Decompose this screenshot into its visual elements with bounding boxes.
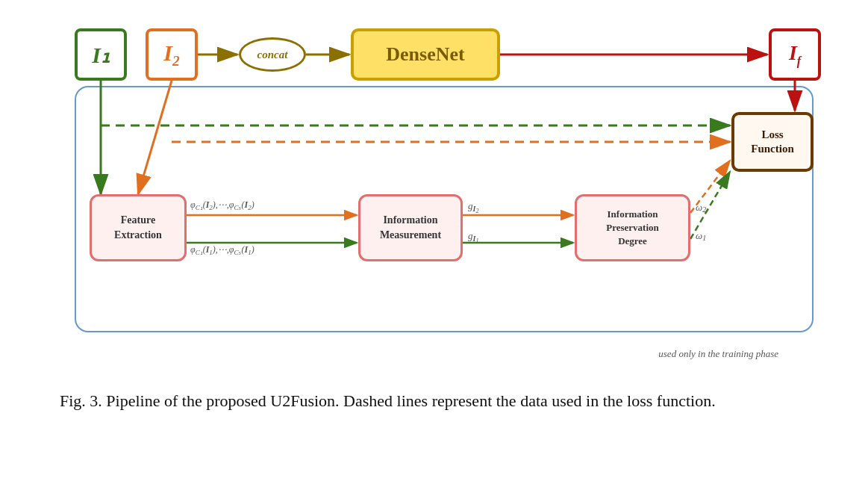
loss-label: LossFunction [751,128,794,157]
i2-label: I2 [163,40,179,69]
node-densenet: DenseNet [351,28,500,81]
info-pres-label: InformationPreservationDegree [606,208,659,249]
info-meas-label: InformationMeasurement [380,213,441,242]
concat-label: concat [257,49,288,61]
node-i2: I2 [146,28,198,81]
node-info-pres: InformationPreservationDegree [575,194,690,261]
if-label: If [789,41,801,68]
node-loss: LossFunction [731,112,814,172]
i1-label: I₁ [92,42,110,68]
feature-label: FeatureExtraction [114,213,162,242]
node-if: If [769,28,821,81]
node-concat: concat [239,37,306,72]
training-note: used only in the training phase [658,348,778,360]
caption-text: Fig. 3. Pipeline of the proposed U2Fusio… [60,391,716,410]
node-feature: FeatureExtraction [90,194,187,261]
node-info-meas: InformationMeasurement [358,194,463,261]
main-container: φC₁(I2),⋯,φC₅(I2) φC₁(I1),⋯,φC₅(I1) gI2 … [0,0,868,421]
densenet-label: DenseNet [386,43,464,66]
node-i1: I₁ [75,28,127,81]
diagram: φC₁(I2),⋯,φC₅(I2) φC₁(I1),⋯,φC₅(I1) gI2 … [30,15,838,381]
fig-caption: Fig. 3. Pipeline of the proposed U2Fusio… [30,388,838,413]
